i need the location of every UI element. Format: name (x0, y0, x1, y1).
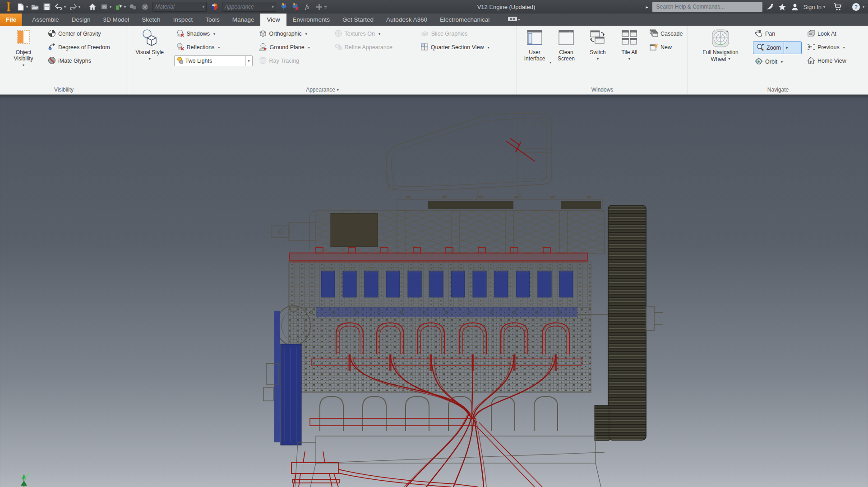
cascade-button[interactable]: Cascade (648, 27, 684, 41)
project-wheel-icon[interactable] (139, 1, 150, 12)
center-of-gravity-icon (48, 29, 56, 39)
user-interface-dropdown-icon[interactable]: ▾ (549, 60, 551, 64)
pan-icon (755, 29, 763, 39)
help-dropdown-icon[interactable]: ▾ (863, 5, 864, 9)
tab-file[interactable]: File (0, 14, 22, 26)
zoom-dropdown-icon[interactable]: ▾ (784, 42, 790, 54)
ribbon: Object Visibility ▾ Center of Gravity (0, 26, 868, 95)
quarter-section-dropdown-icon: ▾ (488, 46, 489, 50)
inventor-window: ▾ ▾ ▾ ▾ ▾ (0, 0, 868, 487)
save-icon[interactable] (42, 1, 52, 12)
lighting-style-combobox[interactable]: Two Lights ▾ (174, 55, 253, 66)
slice-graphics-button[interactable]: Slice Graphics (419, 27, 517, 41)
new-file-icon[interactable] (15, 1, 26, 12)
look-at-button[interactable]: Look At (805, 27, 859, 41)
refine-appearance-icon (334, 43, 342, 52)
update-icon[interactable] (99, 1, 110, 12)
tab-get-started[interactable]: Get Started (336, 14, 380, 26)
panel-visibility: Object Visibility ▾ Center of Gravity (0, 26, 128, 94)
panel-label-visibility[interactable]: Visibility (0, 85, 128, 94)
origin-triad-icon (21, 473, 30, 487)
update-dropdown-icon[interactable]: ▾ (110, 5, 111, 9)
tab-environments[interactable]: Environments (286, 14, 337, 26)
appearance-combobox[interactable]: Appearance▾ (222, 2, 276, 12)
engine-model[interactable] (0, 95, 868, 487)
degrees-of-freedom-button[interactable]: Degrees of Freedom (46, 41, 112, 54)
undo-dropdown-icon[interactable]: ▾ (64, 5, 66, 9)
tab-tools[interactable]: Tools (199, 14, 226, 26)
undo-icon[interactable] (53, 1, 64, 12)
imate-glyphs-button[interactable]: iMate Glyphs (46, 54, 112, 68)
ribbon-display-dropdown-icon[interactable]: ▾ (518, 18, 520, 22)
orbit-button[interactable]: Orbit ▾ (753, 55, 802, 69)
panel-label-navigate[interactable]: Navigate (688, 85, 868, 94)
panel-windows: User Interface ▾ □× Clean Screen Switch (517, 26, 688, 94)
search-input[interactable] (652, 2, 762, 12)
ray-tracing-button[interactable]: Ray Tracing (257, 54, 329, 68)
panel-appearance: Visual Style ▾ Shadows ▾ (128, 26, 517, 94)
panel-label-appearance[interactable]: Appearance▾ (128, 85, 517, 94)
tab-design[interactable]: Design (65, 14, 97, 26)
previous-view-button[interactable]: Previous ▾ (805, 41, 859, 54)
title-bar: ▾ ▾ ▾ ▾ ▾ (0, 0, 868, 14)
select-dropdown-icon[interactable]: ▾ (124, 5, 126, 9)
pan-button[interactable]: Pan (753, 27, 802, 41)
shadows-dropdown-icon: ▾ (213, 32, 215, 36)
tab-assemble[interactable]: Assemble (26, 14, 65, 26)
tab-autodesk-a360[interactable]: Autodesk A360 (380, 14, 434, 26)
new-file-dropdown-icon[interactable]: ▾ (26, 5, 28, 9)
switch-windows-button[interactable]: Switch ▾ (584, 27, 612, 85)
tab-view[interactable]: View (260, 14, 286, 26)
ground-plane-button[interactable]: Ground Plane ▾ (257, 41, 329, 54)
sign-in-label[interactable]: Sign In (803, 4, 821, 10)
redo-dropdown-icon[interactable]: ▾ (78, 5, 80, 9)
tab-sketch[interactable]: Sketch (135, 14, 166, 26)
textures-on-button[interactable]: Textures On ▾ (332, 27, 414, 41)
home-view-icon (807, 56, 815, 65)
shadows-button[interactable]: Shadows ▾ (174, 27, 253, 41)
sign-in-person-icon[interactable] (790, 1, 800, 12)
help-icon[interactable]: ? (851, 1, 862, 12)
visual-style-button[interactable]: Visual Style ▾ (131, 27, 169, 85)
iproperties-icon[interactable] (128, 1, 139, 12)
inventor-logo-icon[interactable] (3, 1, 14, 13)
tab-manage[interactable]: Manage (226, 14, 261, 26)
clean-screen-button[interactable]: □× Clean Screen (552, 27, 580, 85)
tab-3d-model[interactable]: 3D Model (97, 14, 136, 26)
home-icon[interactable] (87, 1, 98, 12)
reflections-button[interactable]: Reflections ▾ (174, 41, 253, 54)
ribbon-display-icon[interactable] (508, 16, 517, 24)
tab-inspect[interactable]: Inspect (167, 14, 199, 26)
favorites-star-icon[interactable] (777, 1, 788, 12)
adjust-appearance-icon[interactable] (278, 1, 289, 12)
open-icon[interactable] (30, 1, 41, 12)
measure-plus-icon[interactable] (314, 1, 324, 12)
object-visibility-button[interactable]: Object Visibility ▾ (3, 27, 44, 85)
tile-all-button[interactable]: Tile All ▾ (615, 27, 643, 85)
sign-in-dropdown-icon[interactable]: ▾ (823, 5, 825, 9)
clear-appearance-override-icon[interactable] (290, 1, 301, 12)
lighting-dropdown-icon: ▾ (245, 56, 252, 66)
redo-icon[interactable] (68, 1, 78, 12)
material-combobox[interactable]: Material▾ (152, 2, 207, 12)
model-viewport[interactable] (0, 95, 868, 487)
app-store-cart-icon[interactable] (832, 1, 843, 12)
center-of-gravity-button[interactable]: Center of Gravity (46, 27, 112, 41)
communication-center-icon[interactable] (764, 1, 775, 12)
orthographic-button[interactable]: Orthographic ▾ (257, 27, 329, 41)
zoom-icon (756, 43, 764, 53)
quarter-section-view-button[interactable]: Quarter Section View ▾ (419, 41, 517, 54)
panel-label-windows[interactable]: Windows (517, 85, 688, 94)
user-interface-button[interactable]: User Interface (520, 27, 549, 85)
title-expand-arrow-icon[interactable]: ▸ (646, 5, 648, 9)
refine-appearance-button[interactable]: Refine Appearance (332, 41, 414, 54)
qat-customize-icon[interactable]: ▿ (324, 5, 327, 9)
parameters-fx-icon[interactable]: fx (302, 1, 313, 12)
select-icon[interactable] (113, 1, 124, 12)
home-view-button[interactable]: Home View (805, 54, 859, 68)
zoom-button[interactable]: Zoom ▾ (753, 41, 802, 54)
full-navigation-wheel-button[interactable]: Full Navigation Wheel▾ (694, 27, 747, 85)
new-window-button[interactable]: New (648, 41, 684, 54)
appearance-sphere-icon[interactable] (209, 1, 220, 12)
tab-electromechanical[interactable]: Electromechanical (434, 14, 496, 26)
